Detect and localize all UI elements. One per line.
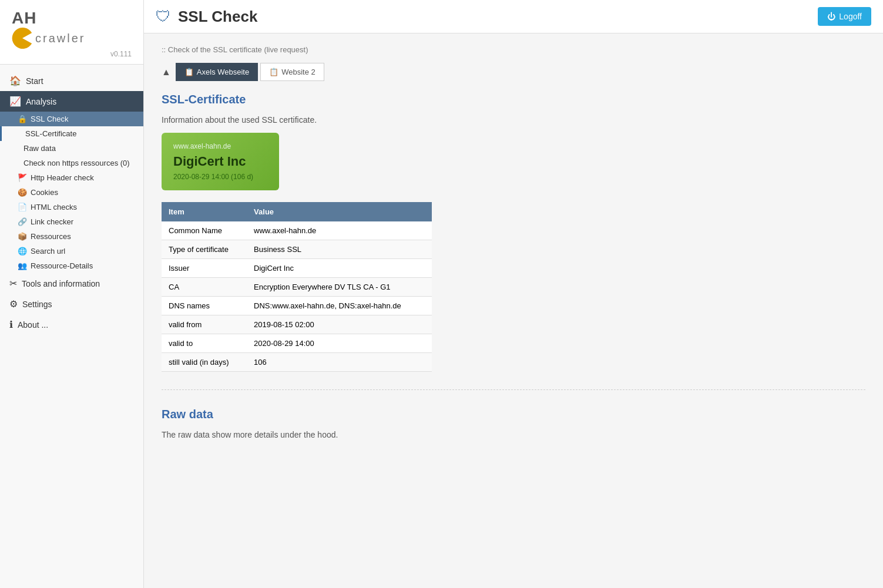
sidebar-label-start: Start (26, 76, 43, 86)
sidebar-label-ssl-check: SSL Check (31, 115, 69, 123)
tab-label-2: Website 2 (281, 68, 315, 76)
sidebar-item-about[interactable]: ℹ About ... (0, 314, 143, 335)
sidebar-item-ressources[interactable]: 📦 Ressources (0, 229, 143, 244)
pacman-icon (12, 28, 33, 49)
ressources-icon: 📦 (18, 232, 27, 241)
table-cell-value: www.axel-hahn.de (247, 221, 432, 240)
tab-label-1: Axels Webseite (197, 68, 249, 76)
ssl-card-domain: www.axel-hahn.de (173, 142, 267, 150)
page-subtitle: :: Check of the SSL certificate (live re… (162, 45, 865, 54)
logoff-button[interactable]: ⏻ Logoff (818, 7, 871, 26)
table-header-item: Item (162, 202, 247, 221)
tab-icon-2: 📋 (269, 68, 278, 76)
raw-data-section-title: Raw data (162, 408, 865, 421)
sidebar-item-html-checks[interactable]: 📄 HTML checks (0, 200, 143, 214)
sidebar-label-ressources: Ressources (31, 232, 71, 241)
sidebar-item-ssl-check[interactable]: 🔒 SSL Check (0, 112, 143, 126)
sidebar-item-search-url[interactable]: 🌐 Search url (0, 244, 143, 258)
ssl-card-issuer: DigiCert Inc (173, 154, 267, 169)
page-title: SSL Check (178, 8, 257, 26)
tools-icon: ✂ (9, 278, 17, 289)
ssl-certificate-section-title: SSL-Certificate (162, 93, 865, 106)
table-cell-value: 2020-08-29 14:00 (247, 334, 432, 353)
table-cell-item: DNS names (162, 297, 247, 315)
sidebar-label-tools: Tools and information (22, 279, 100, 288)
link-icon: 🔗 (18, 217, 27, 226)
logo-text: crawler (35, 32, 85, 45)
table-cell-value: Encryption Everywhere DV TLS CA - G1 (247, 278, 432, 297)
ressource-details-icon: 👥 (18, 261, 27, 270)
section-divider (162, 389, 865, 390)
sidebar-item-check-non-https[interactable]: Check non https ressources (0) (0, 156, 143, 170)
sidebar-item-raw-data[interactable]: Raw data (0, 141, 143, 156)
sidebar-label-ssl-certificate: SSL-Certificate (25, 129, 76, 138)
sidebar-item-ssl-certificate[interactable]: SSL-Certificate (0, 126, 143, 141)
sidebar-label-raw-data: Raw data (23, 144, 56, 153)
table-cell-item: Type of certificate (162, 240, 247, 259)
table-row: Common Namewww.axel-hahn.de (162, 221, 432, 240)
sidebar-item-tools[interactable]: ✂ Tools and information (0, 273, 143, 294)
table-header-value: Value (247, 202, 432, 221)
logo-title: AH (12, 9, 132, 28)
sidebar-item-cookies[interactable]: 🍪 Cookies (0, 185, 143, 200)
logo-version: v0.111 (12, 50, 132, 58)
table-cell-item: Issuer (162, 259, 247, 278)
table-cell-item: still valid (in days) (162, 353, 247, 372)
settings-icon: ⚙ (9, 298, 18, 310)
sidebar-label-ressource-details: Ressource-Details (31, 261, 93, 270)
ssl-data-table: Item Value Common Namewww.axel-hahn.deTy… (162, 202, 432, 372)
sidebar-item-settings[interactable]: ⚙ Settings (0, 294, 143, 314)
sidebar-item-start[interactable]: 🏠 Start (0, 70, 143, 91)
sidebar-label-check-non-https: Check non https ressources (0) (23, 159, 130, 167)
sidebar-item-analysis[interactable]: 📈 Analysis (0, 91, 143, 112)
table-cell-value: 106 (247, 353, 432, 372)
sidebar-item-link-checker[interactable]: 🔗 Link checker (0, 214, 143, 229)
about-icon: ℹ (9, 319, 13, 330)
home-icon: 🏠 (9, 75, 21, 86)
table-cell-value: DigiCert Inc (247, 259, 432, 278)
search-url-icon: 🌐 (18, 247, 27, 256)
sidebar-item-http-header-check[interactable]: 🚩 Http Header check (0, 170, 143, 185)
tabs-bar: ▲ 📋 Axels Webseite 📋 Website 2 (162, 63, 865, 81)
table-row: IssuerDigiCert Inc (162, 259, 432, 278)
tab-arrow-icon: ▲ (162, 67, 171, 78)
table-row: valid from2019-08-15 02:00 (162, 315, 432, 334)
sidebar-label-analysis: Analysis (26, 97, 56, 106)
table-row: still valid (in days)106 (162, 353, 432, 372)
ssl-info-text: Information about the used SSL certifica… (162, 115, 865, 125)
main-content: 🛡 SSL Check ⏻ Logoff :: Check of the SSL… (144, 0, 883, 588)
tab-website-2[interactable]: 📋 Website 2 (260, 63, 324, 81)
sidebar-label-about: About ... (18, 320, 48, 330)
table-row: valid to2020-08-29 14:00 (162, 334, 432, 353)
table-cell-value: 2019-08-15 02:00 (247, 315, 432, 334)
sidebar-label-html-checks: HTML checks (31, 203, 77, 211)
analysis-icon: 📈 (9, 96, 21, 107)
table-cell-value: DNS:www.axel-hahn.de, DNS:axel-hahn.de (247, 297, 432, 315)
sidebar-label-cookies: Cookies (31, 188, 58, 197)
logo-area: AH crawler v0.111 (0, 0, 143, 65)
table-cell-item: valid from (162, 315, 247, 334)
sidebar: AH crawler v0.111 🏠 Start 📈 Analysis 🔒 S… (0, 0, 144, 588)
cookie-icon: 🍪 (18, 188, 27, 197)
sidebar-label-http-header-check: Http Header check (31, 173, 94, 182)
sidebar-label-search-url: Search url (31, 247, 65, 256)
sidebar-item-ressource-details[interactable]: 👥 Ressource-Details (0, 258, 143, 273)
ssl-card: www.axel-hahn.de DigiCert Inc 2020-08-29… (162, 133, 279, 190)
tab-icon-1: 📋 (184, 68, 194, 76)
table-row: DNS namesDNS:www.axel-hahn.de, DNS:axel-… (162, 297, 432, 315)
table-cell-item: valid to (162, 334, 247, 353)
page-header: 🛡 SSL Check ⏻ Logoff (144, 0, 883, 33)
content-area: :: Check of the SSL certificate (live re… (144, 33, 883, 588)
raw-data-info-text: The raw data show more details under the… (162, 430, 865, 439)
header-title-group: 🛡 SSL Check (156, 8, 257, 26)
logo-crawler: crawler (12, 28, 132, 49)
table-cell-item: Common Name (162, 221, 247, 240)
flag-icon: 🚩 (18, 173, 27, 182)
ssl-card-expiry: 2020-08-29 14:00 (106 d) (173, 173, 267, 181)
html-icon: 📄 (18, 203, 27, 211)
tab-axels-webseite[interactable]: 📋 Axels Webseite (176, 63, 258, 81)
sidebar-label-link-checker: Link checker (31, 217, 73, 226)
ssl-shield-icon: 🛡 (156, 8, 171, 26)
table-row: CAEncryption Everywhere DV TLS CA - G1 (162, 278, 432, 297)
table-cell-value: Business SSL (247, 240, 432, 259)
